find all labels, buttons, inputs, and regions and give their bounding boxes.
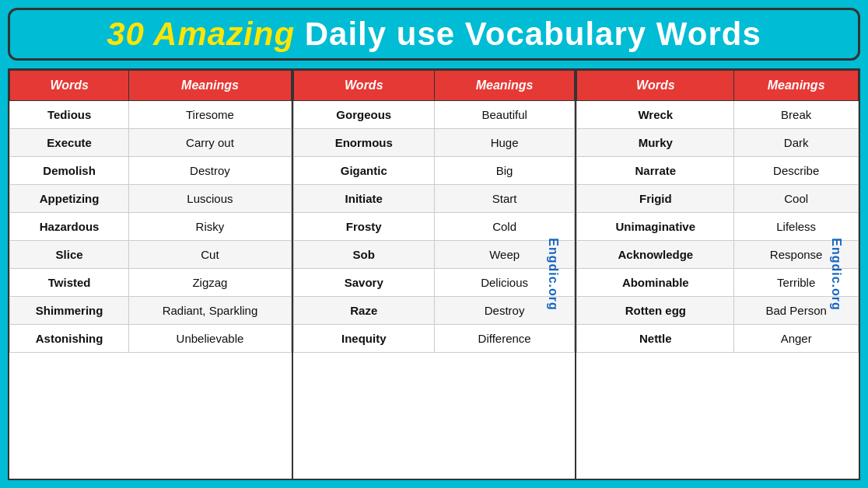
table3-header-words: Words [577,71,734,101]
word-cell: Savory [293,269,434,297]
word-cell: Narrate [577,157,734,185]
title-amazing: 30 Amazing [107,16,295,52]
table-row: TediousTiresome [10,101,292,129]
word-cell: Unimaginative [577,213,734,241]
meaning-cell: Start [434,185,574,213]
word-cell: Initiate [293,185,434,213]
table-row: Rotten eggBad Person [577,297,859,325]
meaning-cell: Unbelievable [129,325,291,353]
table-row: AcknowledgeResponse [577,241,859,269]
word-cell: Tedious [10,101,129,129]
word-cell: Frigid [577,185,734,213]
word-cell: Rotten egg [577,297,734,325]
table-row: InitiateStart [293,185,575,213]
table-section-2: Words Meanings GorgeousBeautifulEnormous… [293,68,577,480]
meaning-cell: Luscious [129,185,291,213]
table-row: FrostyCold [293,213,575,241]
word-cell: Astonishing [10,325,129,353]
meaning-cell: Radiant, Sparkling [129,297,291,325]
watermark-2: Engdic.org [829,238,843,311]
table-row: GiganticBig [293,157,575,185]
table-row: RazeDestroy [293,297,575,325]
table2-header-meanings: Meanings [434,71,574,101]
title-box: 30 Amazing Daily use Vocabulary Words [8,8,860,61]
watermark-1: Engdic.org [546,238,560,311]
table1-header-meanings: Meanings [129,71,291,101]
word-cell: Demolish [10,157,129,185]
meaning-cell: Cold [434,213,574,241]
word-cell: Execute [10,129,129,157]
word-cell: Twisted [10,269,129,297]
meaning-cell: Lifeless [734,213,859,241]
table-row: UnimaginativeLifeless [577,213,859,241]
tables-container: Words Meanings TediousTiresomeExecuteCar… [8,68,860,480]
table-row: MurkyDark [577,129,859,157]
table-row: TwistedZigzag [10,269,292,297]
meaning-cell: Difference [434,325,574,353]
table-row: NettleAnger [577,325,859,353]
table-section-3: Words Meanings WreckBreakMurkyDarkNarrat… [576,68,860,480]
table-row: ShimmeringRadiant, Sparkling [10,297,292,325]
table-row: SliceCut [10,241,292,269]
word-cell: Appetizing [10,185,129,213]
table-row: FrigidCool [577,185,859,213]
word-cell: Slice [10,241,129,269]
meaning-cell: Beautiful [434,101,574,129]
table-row: GorgeousBeautiful [293,101,575,129]
title-daily: Daily use Vocabulary Words [295,16,761,52]
word-cell: Acknowledge [577,241,734,269]
table-row: AstonishingUnbelievable [10,325,292,353]
meaning-cell: Break [734,101,859,129]
meaning-cell: Carry out [129,129,291,157]
table3-header-meanings: Meanings [734,71,859,101]
word-cell: Frosty [293,213,434,241]
meaning-cell: Destroy [129,157,291,185]
meaning-cell: Tiresome [129,101,291,129]
meaning-cell: Cool [734,185,859,213]
word-cell: Sob [293,241,434,269]
word-cell: Murky [577,129,734,157]
meaning-cell: Big [434,157,574,185]
table-row: NarrateDescribe [577,157,859,185]
word-cell: Nettle [577,325,734,353]
table-row: ExecuteCarry out [10,129,292,157]
vocabulary-table-3: Words Meanings WreckBreakMurkyDarkNarrat… [576,70,859,353]
meaning-cell: Risky [129,213,291,241]
word-cell: Raze [293,297,434,325]
table-row: AppetizingLuscious [10,185,292,213]
word-cell: Shimmering [10,297,129,325]
table-section-1: Words Meanings TediousTiresomeExecuteCar… [8,68,293,480]
table-row: InequityDifference [293,325,575,353]
table-row: EnormousHuge [293,129,575,157]
table-row: WreckBreak [577,101,859,129]
table-row: AbominableTerrible [577,269,859,297]
table1-header-words: Words [10,71,129,101]
table-row: HazardousRisky [10,213,292,241]
meaning-cell: Anger [734,325,859,353]
vocabulary-table-2: Words Meanings GorgeousBeautifulEnormous… [293,70,576,353]
meaning-cell: Dark [734,129,859,157]
table2-header-words: Words [293,71,434,101]
meaning-cell: Describe [734,157,859,185]
word-cell: Wreck [577,101,734,129]
vocabulary-table-1: Words Meanings TediousTiresomeExecuteCar… [9,70,292,353]
word-cell: Hazardous [10,213,129,241]
word-cell: Gigantic [293,157,434,185]
word-cell: Gorgeous [293,101,434,129]
word-cell: Enormous [293,129,434,157]
meaning-cell: Cut [129,241,291,269]
table-row: DemolishDestroy [10,157,292,185]
word-cell: Abominable [577,269,734,297]
meaning-cell: Huge [434,129,574,157]
table-row: SobWeep [293,241,575,269]
word-cell: Inequity [293,325,434,353]
meaning-cell: Zigzag [129,269,291,297]
table-row: SavoryDelicious [293,269,575,297]
